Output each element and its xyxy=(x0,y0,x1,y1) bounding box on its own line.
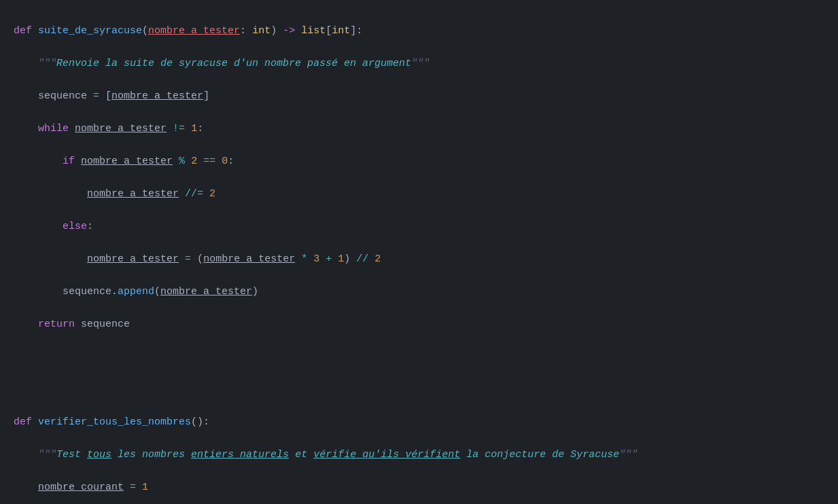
line-5: if nombre_a_tester % 2 == 0: xyxy=(14,154,824,170)
line-2: """Renvoie la suite de syracuse d'un nom… xyxy=(14,56,824,72)
line-9: sequence.append(nombre_a_tester) xyxy=(14,284,824,300)
line-10: return sequence xyxy=(14,317,824,333)
line-3: sequence = [nombre_a_tester] xyxy=(14,88,824,105)
line-12: """Test tous les nombres entiers naturel… xyxy=(14,447,824,463)
line-11: def verifier_tous_les_nombres(): xyxy=(14,414,824,431)
line-1: def suite_de_syracuse(nombre_a_tester: i… xyxy=(14,23,824,39)
line-8: nombre_a_tester = (nombre_a_tester * 3 +… xyxy=(14,251,824,268)
line-7: else: xyxy=(14,219,824,235)
blank-line-1 xyxy=(14,349,824,365)
code-editor: def suite_de_syracuse(nombre_a_tester: i… xyxy=(0,0,838,504)
line-4: while nombre_a_tester != 1: xyxy=(14,121,824,137)
line-13: nombre_courant = 1 xyxy=(14,480,824,496)
blank-line-2 xyxy=(14,382,824,398)
line-6: nombre_a_tester //= 2 xyxy=(14,186,824,202)
